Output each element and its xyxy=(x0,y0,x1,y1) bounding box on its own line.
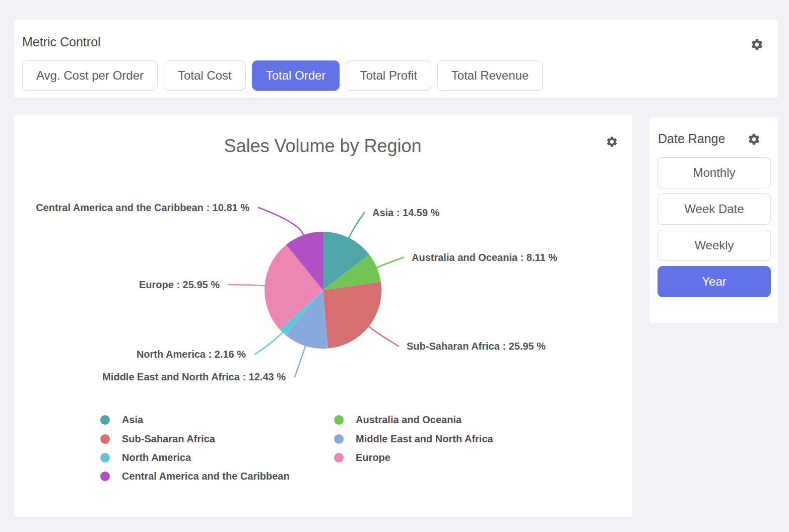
legend-label: Australia and Oceania xyxy=(356,414,462,426)
legend-dot-icon xyxy=(334,415,344,425)
legend-label: Central America and the Caribbean xyxy=(122,471,290,482)
sales-volume-chart-panel: Sales Volume by Region Asia : 14.59 %Aus… xyxy=(13,114,632,518)
legend-label: Middle East and North Africa xyxy=(356,433,493,445)
pie-leader-line-central-america-and-the-caribbean xyxy=(258,208,303,235)
metric-button-total-cost[interactable]: Total Cost xyxy=(164,60,246,91)
legend-item-central-america-and-the-caribbean[interactable]: Central America and the Caribbean xyxy=(100,471,334,482)
pie-leader-line-europe xyxy=(229,285,265,286)
date-range-button-weekly[interactable]: Weekly xyxy=(658,230,771,261)
legend-item-middle-east-and-north-africa[interactable]: Middle East and North Africa xyxy=(334,433,493,445)
legend-label: Sub-Saharan Africa xyxy=(122,433,215,445)
legend-item-north-america[interactable]: North America xyxy=(100,452,334,463)
pie-leader-line-australia-and-oceania xyxy=(377,257,404,268)
date-range-button-group: MonthlyWeek DateWeeklyYear xyxy=(658,157,771,302)
date-range-title: Date Range xyxy=(658,131,725,146)
date-range-button-week-date[interactable]: Week Date xyxy=(658,193,771,225)
metric-button-total-profit[interactable]: Total Profit xyxy=(346,60,431,91)
legend-dot-icon xyxy=(100,434,110,444)
chart-legend: AsiaAustralia and OceaniaSub-Saharan Afr… xyxy=(100,411,493,486)
pie-leader-line-sub-saharan-africa xyxy=(369,326,399,346)
legend-item-sub-saharan-africa[interactable]: Sub-Saharan Africa xyxy=(100,433,334,445)
pie-leader-line-middle-east-and-north-africa xyxy=(295,346,305,377)
metric-button-avg-cost-per-order[interactable]: Avg. Cost per Order xyxy=(22,60,158,91)
legend-label: Asia xyxy=(122,414,143,426)
legend-item-asia[interactable]: Asia xyxy=(100,414,334,426)
metric-button-group: Avg. Cost per OrderTotal CostTotal Order… xyxy=(22,60,543,91)
legend-dot-icon xyxy=(334,434,344,444)
date-range-button-year[interactable]: Year xyxy=(658,266,771,297)
legend-dot-icon xyxy=(334,453,344,462)
date-range-button-monthly[interactable]: Monthly xyxy=(658,157,771,188)
legend-label: North America xyxy=(122,452,191,463)
legend-dot-icon xyxy=(100,453,110,462)
legend-item-australia-and-oceania[interactable]: Australia and Oceania xyxy=(334,414,493,426)
gear-icon xyxy=(747,132,761,146)
legend-item-europe[interactable]: Europe xyxy=(334,452,493,463)
metric-control-panel: Metric Control Avg. Cost per OrderTotal … xyxy=(13,19,778,99)
settings-gear-icon[interactable] xyxy=(747,132,761,146)
date-range-panel: Date Range MonthlyWeek DateWeeklyYear xyxy=(649,117,778,324)
settings-gear-icon[interactable] xyxy=(750,38,764,51)
metric-button-total-order[interactable]: Total Order xyxy=(252,60,340,91)
pie-leader-line-asia xyxy=(349,213,364,238)
legend-dot-icon xyxy=(100,472,110,481)
legend-dot-icon xyxy=(100,415,110,425)
metric-button-total-revenue[interactable]: Total Revenue xyxy=(437,60,543,91)
legend-label: Europe xyxy=(356,452,390,463)
gear-icon xyxy=(750,38,764,51)
pie-leader-line-north-america xyxy=(255,332,283,354)
pie-slice-sub-saharan-africa[interactable] xyxy=(323,282,381,348)
metric-control-title: Metric Control xyxy=(22,35,101,49)
